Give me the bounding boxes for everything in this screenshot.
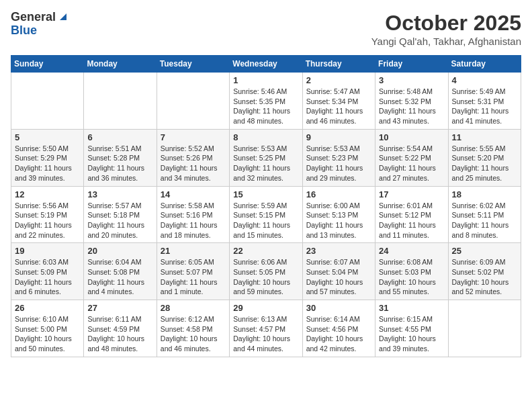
day-info: Sunrise: 6:01 AM Sunset: 5:12 PM Dayligh… <box>379 201 444 240</box>
day-number: 14 <box>161 189 226 199</box>
day-info: Sunrise: 5:53 AM Sunset: 5:23 PM Dayligh… <box>306 144 371 183</box>
calendar-cell: 8Sunrise: 5:53 AM Sunset: 5:25 PM Daylig… <box>230 129 302 186</box>
logo-blue-text: Blue <box>11 24 37 38</box>
title-section: October 2025 Yangi Qal'ah, Takhar, Afgha… <box>371 11 521 47</box>
day-number: 8 <box>233 132 298 142</box>
day-info: Sunrise: 6:09 AM Sunset: 5:02 PM Dayligh… <box>452 257 517 297</box>
day-number: 13 <box>87 189 152 199</box>
day-info: Sunrise: 5:59 AM Sunset: 5:15 PM Dayligh… <box>233 201 298 240</box>
calendar-cell: 27Sunrise: 6:11 AM Sunset: 4:59 PM Dayli… <box>84 300 157 357</box>
day-number: 10 <box>379 132 444 142</box>
day-number: 23 <box>306 246 371 256</box>
day-info: Sunrise: 6:15 AM Sunset: 4:55 PM Dayligh… <box>379 314 444 354</box>
day-number: 22 <box>233 246 298 256</box>
calendar-cell: 30Sunrise: 6:14 AM Sunset: 4:56 PM Dayli… <box>302 300 375 357</box>
day-header-friday: Friday <box>375 56 448 73</box>
calendar-week-row: 12Sunrise: 5:56 AM Sunset: 5:19 PM Dayli… <box>11 186 521 243</box>
day-header-thursday: Thursday <box>302 56 375 73</box>
day-header-monday: Monday <box>84 56 157 73</box>
day-info: Sunrise: 6:12 AM Sunset: 4:58 PM Dayligh… <box>161 314 226 354</box>
calendar-cell: 25Sunrise: 6:09 AM Sunset: 5:02 PM Dayli… <box>448 243 521 300</box>
calendar-cell: 31Sunrise: 6:15 AM Sunset: 4:55 PM Dayli… <box>375 300 448 357</box>
day-info: Sunrise: 5:52 AM Sunset: 5:26 PM Dayligh… <box>161 144 226 183</box>
day-info: Sunrise: 6:03 AM Sunset: 5:09 PM Dayligh… <box>15 257 80 297</box>
calendar-cell: 2Sunrise: 5:47 AM Sunset: 5:34 PM Daylig… <box>302 73 375 130</box>
calendar-week-row: 26Sunrise: 6:10 AM Sunset: 5:00 PM Dayli… <box>11 300 521 357</box>
day-number: 16 <box>306 189 371 199</box>
day-info: Sunrise: 5:48 AM Sunset: 5:32 PM Dayligh… <box>379 87 444 126</box>
day-number: 31 <box>379 303 444 313</box>
day-number: 20 <box>87 246 152 256</box>
day-info: Sunrise: 5:58 AM Sunset: 5:16 PM Dayligh… <box>161 201 226 240</box>
day-number: 25 <box>452 246 517 256</box>
calendar-cell: 20Sunrise: 6:04 AM Sunset: 5:08 PM Dayli… <box>84 243 157 300</box>
day-header-saturday: Saturday <box>448 56 521 73</box>
day-info: Sunrise: 6:11 AM Sunset: 4:59 PM Dayligh… <box>87 314 152 354</box>
day-number: 30 <box>306 303 371 313</box>
calendar-week-row: 5Sunrise: 5:50 AM Sunset: 5:29 PM Daylig… <box>11 129 521 186</box>
day-number: 19 <box>15 246 80 256</box>
day-info: Sunrise: 6:04 AM Sunset: 5:08 PM Dayligh… <box>87 257 152 297</box>
day-number: 15 <box>233 189 298 199</box>
day-number: 6 <box>87 132 152 142</box>
calendar-cell: 5Sunrise: 5:50 AM Sunset: 5:29 PM Daylig… <box>11 129 84 186</box>
day-number: 18 <box>452 189 517 199</box>
month-title: October 2025 <box>371 11 521 36</box>
calendar-table: SundayMondayTuesdayWednesdayThursdayFrid… <box>11 55 521 357</box>
day-number: 4 <box>452 75 517 85</box>
location-title: Yangi Qal'ah, Takhar, Afghanistan <box>371 36 521 47</box>
day-info: Sunrise: 5:49 AM Sunset: 5:31 PM Dayligh… <box>452 87 517 126</box>
calendar-header-row: SundayMondayTuesdayWednesdayThursdayFrid… <box>11 56 521 73</box>
calendar-cell: 7Sunrise: 5:52 AM Sunset: 5:26 PM Daylig… <box>157 129 229 186</box>
calendar-cell: 9Sunrise: 5:53 AM Sunset: 5:23 PM Daylig… <box>302 129 375 186</box>
calendar-week-row: 19Sunrise: 6:03 AM Sunset: 5:09 PM Dayli… <box>11 243 521 300</box>
day-info: Sunrise: 6:00 AM Sunset: 5:13 PM Dayligh… <box>306 201 371 240</box>
day-info: Sunrise: 6:08 AM Sunset: 5:03 PM Dayligh… <box>379 257 444 297</box>
calendar-cell: 21Sunrise: 6:05 AM Sunset: 5:07 PM Dayli… <box>157 243 229 300</box>
logo-general-text: General <box>11 11 56 24</box>
day-number: 11 <box>452 132 517 142</box>
calendar-cell: 14Sunrise: 5:58 AM Sunset: 5:16 PM Dayli… <box>157 186 229 243</box>
calendar-cell: 6Sunrise: 5:51 AM Sunset: 5:28 PM Daylig… <box>84 129 157 186</box>
day-info: Sunrise: 6:02 AM Sunset: 5:11 PM Dayligh… <box>452 201 517 240</box>
day-number: 7 <box>161 132 226 142</box>
day-info: Sunrise: 6:10 AM Sunset: 5:00 PM Dayligh… <box>15 314 80 354</box>
calendar-cell: 26Sunrise: 6:10 AM Sunset: 5:00 PM Dayli… <box>11 300 84 357</box>
day-info: Sunrise: 6:14 AM Sunset: 4:56 PM Dayligh… <box>306 314 371 354</box>
day-number: 3 <box>379 75 444 85</box>
calendar-cell: 18Sunrise: 6:02 AM Sunset: 5:11 PM Dayli… <box>448 186 521 243</box>
calendar-cell: 28Sunrise: 6:12 AM Sunset: 4:58 PM Dayli… <box>157 300 229 357</box>
day-header-sunday: Sunday <box>11 56 84 73</box>
day-info: Sunrise: 5:51 AM Sunset: 5:28 PM Dayligh… <box>87 144 152 183</box>
calendar-cell: 1Sunrise: 5:46 AM Sunset: 5:35 PM Daylig… <box>230 73 302 130</box>
day-info: Sunrise: 5:53 AM Sunset: 5:25 PM Dayligh… <box>233 144 298 183</box>
calendar-cell: 29Sunrise: 6:13 AM Sunset: 4:57 PM Dayli… <box>230 300 302 357</box>
logo-arrow-icon <box>57 11 69 23</box>
calendar-cell: 22Sunrise: 6:06 AM Sunset: 5:05 PM Dayli… <box>230 243 302 300</box>
day-number: 21 <box>161 246 226 256</box>
day-number: 9 <box>306 132 371 142</box>
day-number: 17 <box>379 189 444 199</box>
calendar-cell: 12Sunrise: 5:56 AM Sunset: 5:19 PM Dayli… <box>11 186 84 243</box>
calendar-cell: 15Sunrise: 5:59 AM Sunset: 5:15 PM Dayli… <box>230 186 302 243</box>
day-number: 28 <box>161 303 226 313</box>
logo: General Blue <box>11 11 69 38</box>
calendar-cell: 17Sunrise: 6:01 AM Sunset: 5:12 PM Dayli… <box>375 186 448 243</box>
calendar-cell: 19Sunrise: 6:03 AM Sunset: 5:09 PM Dayli… <box>11 243 84 300</box>
calendar-cell: 10Sunrise: 5:54 AM Sunset: 5:22 PM Dayli… <box>375 129 448 186</box>
day-number: 12 <box>15 189 80 199</box>
day-number: 26 <box>15 303 80 313</box>
day-number: 24 <box>379 246 444 256</box>
calendar-cell: 16Sunrise: 6:00 AM Sunset: 5:13 PM Dayli… <box>302 186 375 243</box>
day-info: Sunrise: 6:13 AM Sunset: 4:57 PM Dayligh… <box>233 314 298 354</box>
calendar-cell <box>448 300 521 357</box>
calendar-cell: 23Sunrise: 6:07 AM Sunset: 5:04 PM Dayli… <box>302 243 375 300</box>
calendar-week-row: 1Sunrise: 5:46 AM Sunset: 5:35 PM Daylig… <box>11 73 521 130</box>
day-info: Sunrise: 5:46 AM Sunset: 5:35 PM Dayligh… <box>233 87 298 126</box>
day-info: Sunrise: 5:56 AM Sunset: 5:19 PM Dayligh… <box>15 201 80 240</box>
day-info: Sunrise: 6:06 AM Sunset: 5:05 PM Dayligh… <box>233 257 298 297</box>
calendar-cell: 13Sunrise: 5:57 AM Sunset: 5:18 PM Dayli… <box>84 186 157 243</box>
day-number: 27 <box>87 303 152 313</box>
day-info: Sunrise: 6:07 AM Sunset: 5:04 PM Dayligh… <box>306 257 371 297</box>
calendar-cell <box>84 73 157 130</box>
